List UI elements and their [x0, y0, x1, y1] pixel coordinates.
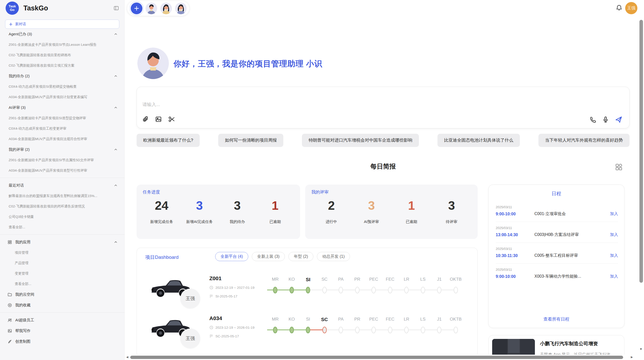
dashboard-tab-3[interactable]: 动总开发 (1): [317, 252, 350, 261]
app-item[interactable]: 产品管理: [0, 258, 124, 268]
milestone-label-MR: MR: [267, 317, 284, 322]
milestone-dot-SI[interactable]: [306, 327, 310, 333]
milestone-dot-SC[interactable]: [322, 327, 327, 333]
scroll-right-icon[interactable]: ▶: [631, 355, 633, 359]
sidebar-tool-help-me-write[interactable]: 帮我写作: [0, 325, 124, 336]
milestone-dot-FEC[interactable]: [388, 287, 392, 293]
join-link[interactable]: 加入: [610, 274, 618, 279]
session-avatar-3[interactable]: [175, 3, 187, 14]
sidebar-item[interactable]: A034-全新新能源MUV产品开发项目造型可行性评审: [0, 165, 124, 176]
sidebar-item[interactable]: Z001-全新燃油轻卡产品开发项目SI造型提交物评审: [0, 113, 124, 123]
milestone-label-PEC: PEC: [365, 317, 382, 322]
suggestion-chip[interactable]: 如何写一份清晰的项目周报: [218, 134, 283, 147]
sidebar-section-header-2[interactable]: AI评审 (3): [0, 102, 124, 113]
horizontal-scrollbar[interactable]: ◀ ▶: [125, 355, 644, 360]
suggestion-chip[interactable]: 比亚迪全固态电池计划具体说了什么: [437, 134, 520, 147]
recent-chats-header[interactable]: 最近对话: [0, 180, 124, 191]
join-link[interactable]: 加入: [610, 253, 618, 258]
bell-icon[interactable]: [616, 5, 622, 11]
milestone-dot-KO[interactable]: [289, 327, 294, 333]
milestone-dot-OKTB[interactable]: [453, 327, 458, 333]
my-apps-header[interactable]: 我的应用: [0, 237, 124, 247]
recent-chat-item[interactable]: C02-飞腾新能源轻客改款项目的闭环通告反馈情况: [0, 201, 124, 212]
mic-icon[interactable]: [602, 116, 609, 123]
sidebar-item[interactable]: A034-全新新能源MUV产品开发项目计划变更表编写: [0, 92, 124, 102]
milestone-dot-PR[interactable]: [355, 327, 359, 333]
sidebar-item[interactable]: A034-全新新能源MUV产品开发项目法规符合性评审: [0, 134, 124, 144]
stat: 24 新增完成任务: [143, 199, 181, 224]
scroll-left-icon[interactable]: ◀: [126, 355, 128, 359]
dashboard-tab-2[interactable]: 年型 (2): [288, 252, 313, 261]
view-all-schedule-link[interactable]: 查看所有日程: [489, 316, 624, 322]
sidebar-section-header-1[interactable]: 我的待办 (2): [0, 71, 124, 81]
milestone-dot-J1[interactable]: [437, 327, 442, 333]
milestone-dot-MR[interactable]: [273, 327, 277, 333]
paperclip-icon[interactable]: [142, 116, 149, 123]
milestone-dot-LS[interactable]: [421, 327, 425, 333]
suggestion-chip[interactable]: 欧洲新规最近颁布了什么?: [137, 134, 200, 147]
view-all-apps-link[interactable]: 查看全部...: [0, 279, 124, 289]
suggestion-chip[interactable]: 特朗普可能对进口汽车增税会对中国车企造成哪些影响: [302, 134, 419, 147]
new-session-button[interactable]: [131, 3, 142, 14]
session-avatar-1[interactable]: [145, 3, 157, 14]
sidebar-item[interactable]: C02-飞腾新能源轻客改款项目里程碑画布: [0, 50, 124, 60]
session-avatar-2[interactable]: [160, 3, 172, 14]
milestone-dot-PA[interactable]: [339, 327, 343, 333]
milestone-dot-MR[interactable]: [273, 287, 277, 293]
grid-widget-icon[interactable]: [615, 163, 623, 171]
sidebar-item[interactable]: Z001-全新燃油轻卡产品开发项目SI节点属性5D文件评审: [0, 155, 124, 165]
chat-input[interactable]: [142, 102, 448, 108]
schedule-date: 2025/03/11: [496, 205, 618, 209]
sidebar-section-header-3[interactable]: 我的评审 (2): [0, 144, 124, 155]
project-flag-label: SI-2025-05-17: [215, 294, 237, 298]
milestone-dot-LS[interactable]: [421, 287, 425, 293]
vertical-scroll-thumb[interactable]: [639, 20, 643, 283]
recent-chat-item[interactable]: 解释最新出台的欧盟报废车法规再生塑料比例被调至15%...: [0, 191, 124, 201]
milestone-dot-LR[interactable]: [404, 287, 409, 293]
phone-icon[interactable]: [590, 116, 596, 123]
view-all-chats-link[interactable]: 查看全部...: [0, 222, 124, 232]
app-item[interactable]: 变更管理: [0, 268, 124, 279]
scissors-icon[interactable]: [168, 116, 175, 123]
milestone-dot-SC[interactable]: [322, 287, 327, 293]
project-row-A034[interactable]: 王强 A034 2023-12-19 ~ 2026-01-19 SC-2025-…: [137, 313, 477, 354]
medal-icon: [8, 303, 12, 307]
milestone-dot-SI[interactable]: [306, 287, 310, 293]
sidebar-link-my-favorites[interactable]: 我的收藏: [0, 300, 124, 310]
user-avatar[interactable]: 王强: [625, 2, 637, 14]
image-icon[interactable]: [155, 116, 162, 123]
sidebar-item[interactable]: C0X4-动力总成开发项目SI里程碑提交物检查: [0, 81, 124, 92]
milestone-dot-OKTB[interactable]: [453, 287, 458, 293]
app-item[interactable]: 项目管理: [0, 247, 124, 258]
sidebar-link-my-cloud-space[interactable]: 我的云空间: [0, 289, 124, 300]
suggestion-chip[interactable]: 当下年轻人对汽车外观有怎样的喜好趋势: [538, 134, 630, 147]
join-link[interactable]: 加入: [610, 232, 618, 237]
sidebar-section-header-0[interactable]: Agent已办 (3): [0, 29, 124, 39]
milestone-label-LS: LS: [415, 317, 431, 322]
sidebar-item[interactable]: C0X4-动力总成开发项目工程变更评审: [0, 123, 124, 134]
horizontal-scroll-thumb[interactable]: [130, 356, 623, 359]
milestone-dot-FEC[interactable]: [388, 327, 392, 333]
milestone-dot-PEC[interactable]: [372, 327, 376, 333]
scroll-down-icon[interactable]: ▼: [639, 347, 642, 351]
sidebar-tool-ai-super-staff[interactable]: AI超级员工: [0, 315, 124, 325]
panel-collapse-icon[interactable]: [114, 6, 119, 11]
project-row-Z001[interactable]: 王强 Z001 2023-12-19 ~ 2027-01-19 SI-2025-…: [137, 273, 477, 314]
new-chat-button[interactable]: 新对话: [5, 20, 119, 29]
milestone-dot-KO[interactable]: [289, 287, 294, 293]
sidebar-item[interactable]: Z001-全新燃油皮卡产品开发项目SI节点Lesson Learn报告: [0, 39, 124, 50]
milestone-dot-PA[interactable]: [339, 287, 343, 293]
milestone-dot-PEC[interactable]: [372, 287, 376, 293]
dashboard-tab-1[interactable]: 全新上装 (3): [252, 252, 285, 261]
vertical-scrollbar[interactable]: ▼: [638, 0, 644, 360]
send-icon[interactable]: [615, 116, 622, 123]
dashboard-tab-0[interactable]: 全新平台 (4): [215, 252, 248, 261]
sidebar-tool-creative-drawing[interactable]: 创意制图: [0, 336, 124, 347]
recent-chat-item[interactable]: 公司Q3轻卡销量: [0, 212, 124, 222]
tool-label: 创意制图: [15, 339, 118, 344]
sidebar-item[interactable]: C02-飞腾新能源轻客改款项目立项汇报方案: [0, 60, 124, 71]
join-link[interactable]: 加入: [610, 211, 618, 217]
milestone-dot-PR[interactable]: [355, 287, 359, 293]
milestone-dot-LR[interactable]: [404, 327, 409, 333]
milestone-dot-J1[interactable]: [437, 287, 442, 293]
